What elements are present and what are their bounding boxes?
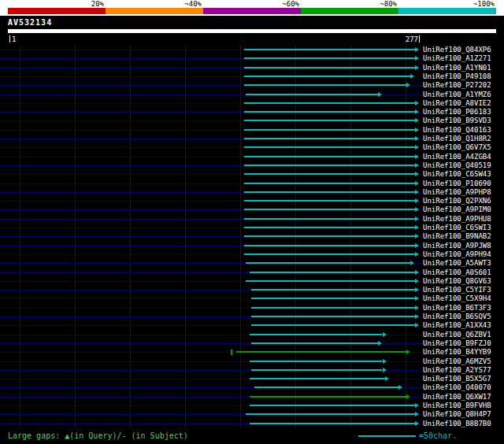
hit-label[interactable]: UniRef100_A9PJW8: [423, 242, 491, 250]
alignment-arrowhead[interactable]: [415, 225, 419, 230]
hit-label[interactable]: UniRef100_B9FVHB: [423, 401, 491, 410]
alignment-bar[interactable]: [250, 334, 382, 335]
alignment-bar[interactable]: [244, 49, 415, 50]
alignment-arrowhead[interactable]: [415, 190, 419, 194]
alignment-arrowhead[interactable]: [415, 101, 419, 105]
hit-label[interactable]: UniRef100_Q6XW17: [423, 393, 491, 401]
hit-label[interactable]: UniRef100_Q8GV63: [423, 277, 491, 286]
alignment-bar[interactable]: [246, 94, 378, 95]
alignment-bar[interactable]: [244, 120, 415, 121]
alignment-bar[interactable]: [244, 111, 415, 113]
alignment-arrowhead[interactable]: [398, 385, 402, 390]
alignment-arrowhead[interactable]: [415, 163, 419, 168]
alignment-bar[interactable]: [244, 67, 415, 68]
alignment-bar[interactable]: [244, 76, 411, 77]
hit-label[interactable]: UniRef100_B9FZJ0: [423, 339, 491, 348]
alignment-arrowhead[interactable]: [385, 376, 389, 381]
hit-label[interactable]: UniRef100_P10690: [423, 179, 491, 188]
alignment-arrowhead[interactable]: [378, 341, 382, 346]
alignment-bar[interactable]: [244, 191, 415, 193]
hit-label[interactable]: UniRef100_A5AWT3: [423, 259, 491, 268]
hit-label[interactable]: UniRef100_A1XX43: [423, 321, 491, 330]
alignment-bar[interactable]: [244, 200, 415, 202]
alignment-bar[interactable]: [244, 218, 415, 220]
hit-label[interactable]: UniRef100_A9PH94: [423, 250, 491, 259]
alignment-arrowhead[interactable]: [406, 350, 410, 354]
alignment-bar[interactable]: [250, 272, 415, 273]
hit-label[interactable]: UniRef100_A6MZV5: [423, 357, 491, 366]
alignment-bar[interactable]: [251, 324, 415, 326]
alignment-bar[interactable]: [251, 369, 382, 371]
hit-label[interactable]: UniRef100_A0S601: [423, 268, 491, 277]
alignment-arrowhead[interactable]: [415, 56, 419, 61]
alignment-bar[interactable]: [244, 102, 415, 104]
alignment-arrowhead[interactable]: [410, 74, 414, 79]
alignment-arrowhead[interactable]: [415, 305, 419, 310]
alignment-bar[interactable]: [244, 253, 415, 255]
hit-label[interactable]: UniRef100_P06183: [423, 108, 491, 117]
alignment-arrowhead[interactable]: [415, 172, 419, 176]
alignment-bar[interactable]: [244, 209, 415, 210]
alignment-bar[interactable]: [251, 342, 378, 344]
hit-label[interactable]: UniRef100_B8B7B0: [423, 420, 491, 428]
hit-label[interactable]: UniRef100_C5X9H4: [423, 294, 491, 303]
hit-label[interactable]: UniRef100_A1YN01: [423, 64, 491, 72]
hit-label[interactable]: UniRef100_Q40163: [423, 126, 491, 135]
hit-label[interactable]: UniRef100_Q6ZBV1: [423, 331, 491, 339]
alignment-arrowhead[interactable]: [415, 243, 419, 248]
alignment-arrowhead[interactable]: [410, 261, 414, 265]
hit-label[interactable]: UniRef100_B4YYB9: [423, 348, 491, 357]
alignment-bar[interactable]: [244, 173, 415, 175]
alignment-bar[interactable]: [254, 387, 398, 388]
hit-label[interactable]: UniRef100_A1Z271: [423, 54, 491, 63]
alignment-bar[interactable]: [251, 316, 415, 317]
alignment-bar[interactable]: [251, 307, 415, 309]
alignment-bar[interactable]: [244, 156, 415, 157]
hit-label[interactable]: UniRef100_B5X5G7: [423, 375, 491, 383]
alignment-arrowhead[interactable]: [415, 234, 419, 239]
alignment-bar[interactable]: [244, 129, 415, 131]
hit-label[interactable]: UniRef100_Q40519: [423, 161, 491, 170]
alignment-bar[interactable]: [244, 138, 415, 139]
alignment-arrowhead[interactable]: [415, 314, 419, 319]
alignment-bar[interactable]: [244, 165, 415, 166]
hit-label[interactable]: UniRef100_C6SW43: [423, 170, 491, 179]
hit-label[interactable]: UniRef100_Q84XP6: [423, 46, 491, 54]
alignment-arrowhead[interactable]: [415, 252, 419, 257]
hit-label[interactable]: UniRef100_B6T3F3: [423, 304, 491, 313]
alignment-arrowhead[interactable]: [406, 83, 410, 87]
alignment-arrowhead[interactable]: [415, 421, 419, 426]
alignment-arrowhead[interactable]: [383, 359, 387, 364]
alignment-arrowhead[interactable]: [406, 394, 410, 399]
hit-label[interactable]: UniRef100_B9SVD3: [423, 117, 491, 125]
hit-label[interactable]: UniRef100_A1YMZ6: [423, 91, 491, 99]
alignment-bar[interactable]: [250, 361, 382, 362]
alignment-bar[interactable]: [236, 351, 406, 353]
alignment-bar[interactable]: [244, 84, 406, 86]
alignment-arrowhead[interactable]: [415, 207, 419, 212]
alignment-bar[interactable]: [244, 245, 415, 246]
hit-label[interactable]: UniRef100_A9PHU8: [423, 215, 491, 224]
hit-label[interactable]: UniRef100_P49108: [423, 72, 491, 81]
hit-label[interactable]: UniRef100_Q40070: [423, 383, 491, 392]
alignment-bar[interactable]: [244, 146, 415, 148]
alignment-bar[interactable]: [250, 378, 385, 379]
hit-label[interactable]: UniRef100_A9PIM0: [423, 205, 491, 214]
alignment-arrowhead[interactable]: [378, 92, 382, 97]
hit-label[interactable]: UniRef100_Q6V7X5: [423, 143, 491, 152]
alignment-arrowhead[interactable]: [415, 65, 419, 70]
alignment-bar[interactable]: [244, 57, 415, 59]
alignment-arrowhead[interactable]: [415, 296, 419, 301]
alignment-bar[interactable]: [251, 298, 415, 299]
alignment-arrowhead[interactable]: [415, 47, 419, 52]
alignment-arrowhead[interactable]: [415, 323, 419, 327]
hit-label[interactable]: UniRef100_Q1H8R2: [423, 135, 491, 143]
alignment-arrowhead[interactable]: [415, 181, 419, 186]
alignment-bar[interactable]: [250, 405, 415, 406]
hit-label[interactable]: UniRef100_Q8H4P7: [423, 410, 491, 419]
hit-label[interactable]: UniRef100_B9NAB2: [423, 232, 491, 241]
hit-label[interactable]: UniRef100_P27202: [423, 81, 491, 90]
alignment-arrowhead[interactable]: [415, 109, 419, 114]
alignment-bar[interactable]: [244, 183, 415, 184]
alignment-bar[interactable]: [251, 289, 415, 290]
